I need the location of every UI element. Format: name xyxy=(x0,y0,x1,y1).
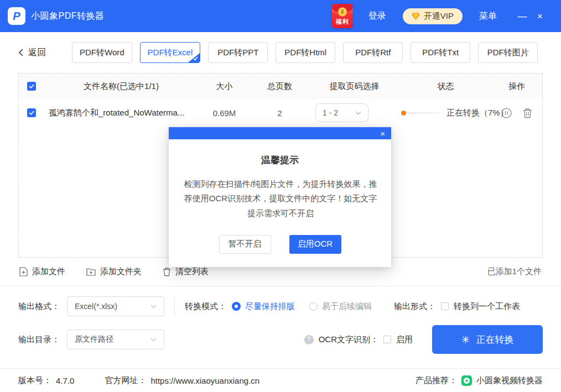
tab-pdf-to-txt[interactable]: PDF转Txt xyxy=(411,42,470,63)
tab-label: PDF转Excel xyxy=(148,48,193,58)
output-dir-label: 输出目录： xyxy=(18,334,60,345)
add-folder-button[interactable]: 添加文件夹 xyxy=(86,266,142,277)
app-title: 小圆象PDF转换器 xyxy=(31,11,105,22)
file-name: 孤鸿寡鹄个和_rotated_NoWaterma... xyxy=(44,108,198,118)
one-worksheet-label: 转换到一个工作表 xyxy=(454,301,520,312)
add-folder-icon xyxy=(86,268,96,276)
add-file-icon xyxy=(19,267,28,276)
clear-list-button[interactable]: 清空列表 xyxy=(163,266,209,277)
clear-list-label: 清空列表 xyxy=(175,266,209,277)
website-url[interactable]: https://www.xiaoyuanxiang.cn xyxy=(150,376,259,385)
radio-selected-icon xyxy=(232,302,241,311)
page-range-value: 1 - 2 xyxy=(323,108,338,117)
ocr-label: OCR文字识别： xyxy=(319,334,378,345)
tab-pdf-to-ppt[interactable]: PDF转PPT xyxy=(208,42,268,63)
output-format-label: 输出格式： xyxy=(18,301,60,312)
output-form-label: 输出形式： xyxy=(394,301,435,312)
progress-bar xyxy=(401,112,440,114)
website-label: 官方网址： xyxy=(105,375,146,386)
dialog-title: 温馨提示 xyxy=(183,154,377,166)
add-folder-label: 添加文件夹 xyxy=(100,266,142,277)
ocr-group: ? OCR文字识别： 启用 ✳ 正在转换 xyxy=(304,325,543,354)
delete-icon[interactable] xyxy=(523,108,532,118)
radio-easy-edit[interactable]: 易于后续编辑 xyxy=(309,301,372,312)
radio-unselected-icon xyxy=(309,302,318,311)
col-header-pages: 总页数 xyxy=(251,81,309,92)
chevron-down-icon xyxy=(355,111,361,115)
convert-mode-label: 转换模式： xyxy=(185,301,226,312)
convert-button[interactable]: ✳ 正在转换 xyxy=(432,325,543,354)
file-pages: 2 xyxy=(251,108,309,118)
table-row: 孤鸿寡鹄个和_rotated_NoWaterma... 0.69M 2 1 - … xyxy=(19,99,542,127)
settings-row-format: 输出格式： Excel(*.xlsx) 转换模式： 尽量保持排版 易于后续编辑 … xyxy=(18,292,543,321)
back-label: 返回 xyxy=(28,47,46,59)
row-checkbox[interactable] xyxy=(27,108,36,117)
login-button[interactable]: 登录 xyxy=(368,11,386,22)
output-dir-value: 原文件路径 xyxy=(75,334,113,344)
ocr-checkbox[interactable] xyxy=(383,336,391,343)
easy-edit-label: 易于后续编辑 xyxy=(322,301,372,312)
vertical-divider xyxy=(174,297,175,316)
output-format-select[interactable]: Excel(*.xlsx) xyxy=(67,296,164,316)
table-header-row: 文件名称(已选中1/1) 大小 总页数 提取页码选择 状态 操作 xyxy=(19,74,542,99)
add-file-button[interactable]: 添加文件 xyxy=(19,266,65,277)
open-vip-button[interactable]: 开通VIP xyxy=(403,8,463,24)
ocr-prompt-dialog: × 温馨提示 检测到存在扫描件/纯图片文件，为提升转换效果，推荐使用OCR识别技… xyxy=(169,127,391,267)
checkbox-unchecked-icon xyxy=(441,302,449,310)
pause-icon[interactable] xyxy=(501,108,512,118)
chevron-left-icon xyxy=(18,49,23,56)
dialog-message: 检测到存在扫描件/纯图片文件，为提升转换效果，推荐使用OCR识别技术，提取文件中… xyxy=(183,177,378,221)
back-button[interactable]: 返回 xyxy=(18,47,46,59)
version-label: 版本号： xyxy=(18,375,51,386)
page-range-dropdown[interactable]: 1 - 2 xyxy=(315,103,368,122)
tab-pdf-to-word[interactable]: PDF转Word xyxy=(72,42,132,63)
selected-check-icon xyxy=(188,53,200,62)
col-header-size: 大小 xyxy=(198,81,251,92)
one-worksheet-option[interactable]: 转换到一个工作表 xyxy=(441,301,520,312)
help-icon[interactable]: ? xyxy=(304,335,314,344)
tab-pdf-to-html[interactable]: PDF转Html xyxy=(276,42,335,63)
ocr-enable-label: 启用 xyxy=(396,334,413,345)
dialog-confirm-button[interactable]: 启用OCR xyxy=(289,235,341,254)
version-value: 4.7.0 xyxy=(56,376,74,385)
app-logo-icon: P xyxy=(8,7,25,25)
settings-row-output: 输出目录： 原文件路径 ? OCR文字识别： 启用 ✳ 正在转换 xyxy=(18,324,543,355)
dialog-cancel-button[interactable]: 暂不开启 xyxy=(219,235,271,254)
add-file-label: 添加文件 xyxy=(32,266,65,277)
conversion-tabs: PDF转Word PDF转Excel PDF转PPT PDF转Html PDF转… xyxy=(72,42,538,63)
recommend-product[interactable]: 小圆象视频转换器 xyxy=(476,375,543,386)
vip-gem-icon xyxy=(412,13,420,20)
recommend-label: 产品推荐： xyxy=(415,375,457,386)
convert-button-label: 正在转换 xyxy=(476,333,513,346)
select-all-checkbox[interactable] xyxy=(27,82,36,91)
dialog-body: 温馨提示 检测到存在扫描件/纯图片文件，为提升转换效果，推荐使用OCR识别技术，… xyxy=(169,139,391,267)
vip-label: 开通VIP xyxy=(424,11,454,22)
menu-button[interactable]: 菜单 xyxy=(479,11,497,22)
added-count: 已添加1个文件 xyxy=(487,266,542,277)
keep-layout-label: 尽量保持排版 xyxy=(245,301,295,312)
welfare-label: 福利 xyxy=(336,18,349,26)
col-header-action: 操作 xyxy=(491,81,542,92)
dialog-close-icon[interactable]: × xyxy=(380,129,385,138)
chevron-down-icon xyxy=(150,338,157,342)
col-header-status: 状态 xyxy=(400,81,491,92)
coin-icon: ¥ xyxy=(337,7,347,17)
app-window: P 小圆象PDF转换器 ¥ 福利 登录 开通VIP 菜单 — × 返回 PDF转… xyxy=(0,0,561,392)
titlebar: P 小圆象PDF转换器 ¥ 福利 登录 开通VIP 菜单 — × xyxy=(0,0,561,32)
col-header-name: 文件名称(已选中1/1) xyxy=(44,81,198,92)
tab-pdf-to-image[interactable]: PDF转图片 xyxy=(478,42,538,63)
logo-glyph: P xyxy=(13,11,20,22)
tab-pdf-to-excel[interactable]: PDF转Excel xyxy=(140,42,201,63)
close-button[interactable]: × xyxy=(531,12,549,21)
output-dir-select[interactable]: 原文件路径 xyxy=(67,330,164,349)
progress-dot xyxy=(401,111,406,116)
row-actions xyxy=(491,108,542,118)
radio-keep-layout[interactable]: 尽量保持排版 xyxy=(232,301,295,312)
output-format-value: Excel(*.xlsx) xyxy=(75,302,117,311)
chevron-down-icon xyxy=(150,305,157,309)
tab-bar: 返回 PDF转Word PDF转Excel PDF转PPT PDF转Html P… xyxy=(0,32,561,73)
tab-pdf-to-rtf[interactable]: PDF转Rtf xyxy=(343,42,403,63)
welfare-red-envelope-icon[interactable]: ¥ 福利 xyxy=(332,4,353,28)
minimize-button[interactable]: — xyxy=(513,12,531,21)
footer: 版本号： 4.7.0 官方网址： https://www.xiaoyuanxia… xyxy=(0,368,561,392)
